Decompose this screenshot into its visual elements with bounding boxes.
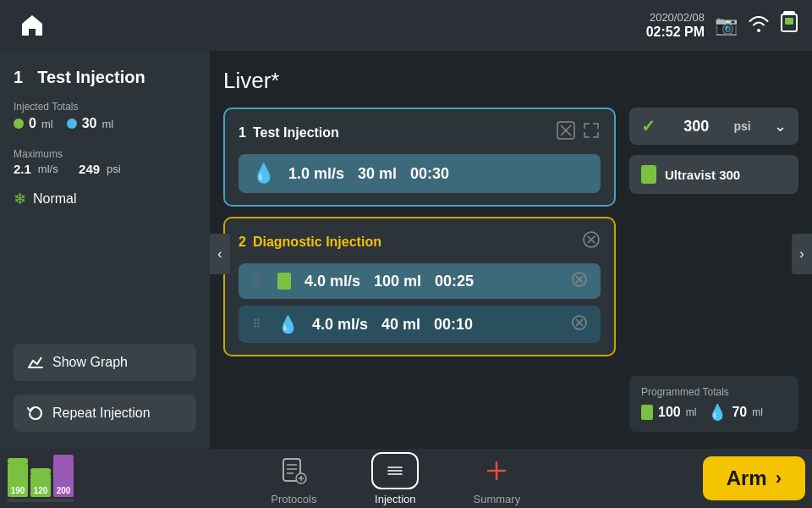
bottom-bar: 190 120 200	[0, 449, 812, 508]
card2-number: 2	[239, 235, 246, 250]
syringe-2: 120	[30, 468, 51, 497]
show-graph-button[interactable]: Show Graph	[14, 344, 196, 381]
arm-chevron-icon: ›	[776, 467, 782, 489]
diag-contrast-rate: 4.0 ml/s	[304, 273, 360, 290]
cards-column: 1 Test Injection	[223, 108, 616, 432]
card1-number: 1	[239, 125, 246, 141]
syringe-3: 200	[53, 455, 74, 497]
prog-saline: 💧 70 ml	[708, 403, 762, 422]
injected-totals-label: Injected Totals	[14, 101, 196, 113]
controls-column: ✓ 300 psi ⌄ Ultravist 300 Programmed Tot…	[629, 108, 798, 432]
diag-saline-row[interactable]: ⠿ 💧 4.0 ml/s 40 ml 00:10	[239, 306, 601, 343]
arm-button[interactable]: Arm ›	[703, 456, 805, 500]
prog-contrast-value: 100	[658, 405, 681, 420]
maximums-label: Maximums	[14, 148, 196, 160]
repeat-icon	[27, 405, 44, 422]
status-row: ❄ Normal	[14, 190, 196, 208]
repeat-injection-label: Repeat Injection	[52, 406, 151, 421]
contrast-unit: ml	[41, 118, 53, 130]
card2-close-icon[interactable]	[582, 230, 601, 253]
summary-icon-wrap	[473, 452, 520, 489]
cards-and-controls: 1 Test Injection	[223, 108, 798, 432]
wifi-icon	[748, 14, 770, 37]
card1-icons	[557, 121, 601, 144]
injection-icon-wrap	[371, 452, 419, 489]
diag-saline-rate: 4.0 ml/s	[312, 316, 368, 334]
pressure-unit: psi	[734, 119, 751, 133]
step-number: 1	[14, 68, 23, 86]
arm-label: Arm	[727, 467, 767, 490]
contrast-agent-button[interactable]: Ultravist 300	[629, 155, 798, 194]
card2-title-text: Diagnostic Injection	[253, 235, 381, 250]
pressure-control[interactable]: ✓ 300 psi ⌄	[629, 108, 798, 145]
prog-contrast-unit: ml	[686, 406, 697, 418]
syringe-status: 190 120 200	[7, 455, 74, 502]
right-panel-expand-button[interactable]: ›	[792, 234, 812, 274]
prog-saline-unit: ml	[752, 406, 763, 418]
diag-saline-duration: 00:10	[434, 316, 473, 334]
programmed-totals-label: Programmed Totals	[641, 386, 787, 398]
test-duration: 00:30	[410, 165, 449, 183]
pressure-dropdown-button[interactable]: ⌄	[774, 117, 787, 135]
protocols-label: Protocols	[271, 493, 316, 505]
show-graph-label: Show Graph	[52, 355, 128, 370]
test-rate: 1.0 ml/s	[288, 165, 344, 183]
diag-contrast-duration: 00:25	[435, 273, 474, 290]
max-rate-unit: ml/s	[38, 163, 58, 175]
test-injection-title: 1 Test Injection	[239, 125, 339, 141]
contrast-value: 0	[29, 116, 36, 131]
nav-protocols[interactable]: Protocols	[260, 452, 327, 505]
diag-contrast-row[interactable]: ⠿ 4.0 ml/s 100 ml 00:25	[239, 263, 601, 299]
diag-contrast-remove[interactable]	[572, 272, 587, 290]
injection-label: Injection	[375, 493, 415, 505]
card1-expand-icon[interactable]	[582, 121, 601, 144]
nav-injection[interactable]: Injection	[361, 452, 429, 505]
bottom-nav: Protocols Injection Summary	[88, 452, 703, 505]
contrast-icon	[641, 165, 656, 184]
contrast-agent-label: Ultravist 300	[665, 168, 740, 182]
sidebar-title-text: Test Injection	[37, 68, 145, 86]
datetime: 2020/02/08 02:52 PM	[646, 11, 705, 41]
date-display: 2020/02/08	[646, 11, 705, 25]
drop-icon-2: 💧	[277, 314, 299, 334]
drag-handle-1[interactable]: ⠿	[252, 274, 261, 288]
test-injection-card: 1 Test Injection	[223, 108, 616, 207]
summary-icon	[483, 457, 510, 484]
nav-summary[interactable]: Summary	[463, 452, 530, 505]
power-icon	[780, 11, 798, 40]
sidebar-step-title: 1 Test Injection	[14, 68, 196, 87]
test-injection-row[interactable]: 💧 1.0 ml/s 30 ml 00:30	[239, 154, 601, 193]
prog-contrast-icon	[641, 405, 653, 420]
diag-saline-remove[interactable]	[572, 315, 587, 334]
repeat-injection-button[interactable]: Repeat Injection	[14, 395, 196, 432]
protocols-icon	[280, 457, 307, 484]
sidebar-collapse-button[interactable]: ‹	[210, 234, 230, 274]
diagnostic-injection-title: 2 Diagnostic Injection	[239, 235, 381, 250]
status-badge: Normal	[33, 191, 77, 207]
max-pressure: 249	[79, 162, 100, 176]
header: 2020/02/08 02:52 PM 📷	[0, 0, 812, 51]
maximums: Maximums 2.1 ml/s 249 psi	[14, 141, 196, 176]
max-pressure-unit: psi	[107, 163, 121, 175]
home-button[interactable]	[14, 7, 51, 44]
drag-handle-2[interactable]: ⠿	[252, 318, 261, 331]
main-content: Liver* 1 Test Injection	[210, 51, 812, 449]
drop-icon: 💧	[252, 163, 275, 185]
syringe-icon	[277, 273, 291, 290]
contrast-dot	[14, 119, 24, 129]
card2-icons	[582, 230, 601, 253]
max-rate: 2.1	[14, 162, 31, 176]
syringe-1: 190	[8, 458, 28, 497]
diag-contrast-volume: 100 ml	[374, 273, 421, 290]
summary-label: Summary	[474, 493, 521, 505]
pressure-value: 300	[683, 118, 709, 135]
saline-total: 30 ml	[67, 116, 114, 131]
injected-totals: Injected Totals 0 ml 30 ml	[14, 97, 196, 131]
card1-title-text: Test Injection	[253, 125, 339, 141]
svg-rect-2	[785, 18, 793, 25]
saline-value: 30	[82, 116, 97, 131]
saline-unit: ml	[102, 118, 113, 130]
pressure-check-icon: ✓	[641, 116, 656, 136]
diag-saline-volume: 40 ml	[381, 316, 420, 334]
card1-edit-icon[interactable]	[557, 121, 575, 144]
